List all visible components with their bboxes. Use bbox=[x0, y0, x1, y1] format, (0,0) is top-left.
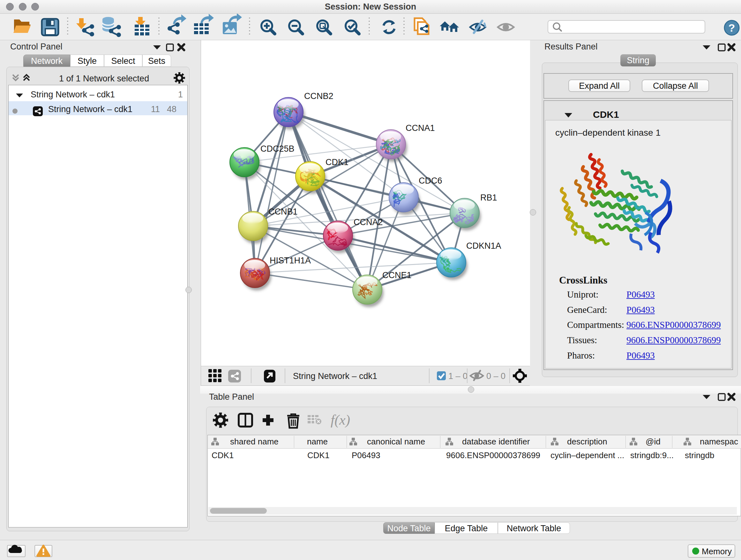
svg-text:CCNB1: CCNB1 bbox=[268, 207, 298, 216]
svg-text:CCNA2: CCNA2 bbox=[354, 217, 383, 227]
svg-text:CCNA1: CCNA1 bbox=[406, 123, 435, 133]
svg-text:RB1: RB1 bbox=[480, 193, 497, 202]
svg-text:CDC6: CDC6 bbox=[419, 176, 442, 186]
svg-text:CDC25B: CDC25B bbox=[260, 144, 294, 153]
svg-text:CCNB2: CCNB2 bbox=[304, 91, 333, 101]
svg-text:?: ? bbox=[729, 22, 735, 34]
svg-text:CDKN1A: CDKN1A bbox=[466, 241, 501, 251]
svg-text:f(x): f(x) bbox=[331, 412, 350, 428]
svg-text:CDK1: CDK1 bbox=[326, 158, 348, 167]
svg-text:CCNE1: CCNE1 bbox=[382, 270, 412, 280]
svg-text:HIST1H1A: HIST1H1A bbox=[270, 256, 311, 265]
